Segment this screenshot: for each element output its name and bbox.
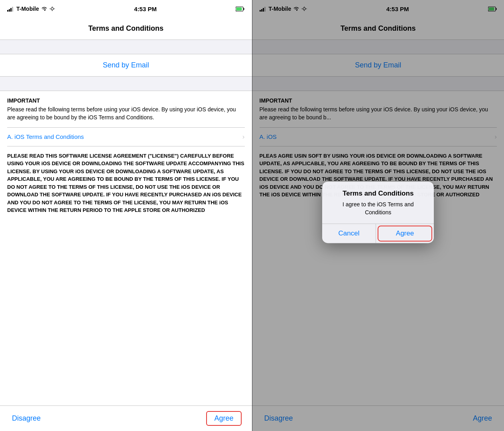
alert-buttons: Cancel Agree [322,223,434,243]
right-brightness-icon [301,6,307,11]
left-license-text: PLEASE READ THIS SOFTWARE LICENSE AGREEM… [7,152,245,214]
svg-rect-13 [261,9,262,12]
svg-rect-1 [9,9,10,12]
right-separator-bottom [252,77,504,91]
right-important-text: Please read the following terms before u… [260,105,497,122]
svg-rect-22 [488,7,494,10]
right-important-title: IMPORTANT [260,97,497,104]
carrier-label: T-Mobile [16,6,39,12]
left-separator-top [0,40,252,54]
right-content-area: IMPORTANT Please read the following term… [252,91,504,405]
left-phone-panel: T-Mobile 4:53 PM Terms and [0,0,252,431]
svg-rect-23 [496,8,496,10]
right-carrier-label: T-Mobile [269,6,291,12]
signal-icon [7,6,14,12]
left-ios-terms-row[interactable]: A. iOS Terms and Conditions › [7,127,245,146]
left-send-email-row[interactable]: Send by Email [0,54,252,77]
left-status-left: T-Mobile [7,6,55,12]
right-signal-icon [260,6,267,12]
svg-rect-2 [10,8,12,12]
svg-rect-15 [264,7,266,12]
svg-rect-11 [244,8,244,10]
left-title: Terms and Conditions [88,24,163,33]
alert-title: Terms and Conditions [329,190,427,198]
right-agree-button[interactable]: Agree [471,411,494,426]
svg-point-4 [51,8,53,10]
left-ios-terms-label: A. iOS Terms and Conditions [7,133,84,140]
left-time: 4:53 PM [134,6,157,12]
left-important-text: Please read the following terms before u… [7,105,245,122]
alert-cancel-button[interactable]: Cancel [322,224,376,243]
right-separator-top [252,40,504,54]
right-disagree-button[interactable]: Disagree [263,411,295,426]
svg-rect-10 [236,7,242,10]
left-send-email-label: Send by Email [103,61,149,69]
right-ios-terms-label: A. iOS [260,133,277,140]
left-title-bar: Terms and Conditions [0,18,252,40]
right-status-right [488,6,497,12]
right-wifi-icon [293,6,299,11]
svg-rect-3 [12,7,13,12]
left-status-right [236,6,244,12]
left-agree-button[interactable]: Agree [206,411,241,426]
right-time: 4:53 PM [386,6,409,12]
right-title: Terms and Conditions [341,24,416,33]
left-disagree-button[interactable]: Disagree [10,411,42,426]
right-ios-terms-row[interactable]: A. iOS › [260,127,497,146]
right-bottom-bar: Disagree Agree [252,405,504,431]
right-send-email-label: Send by Email [355,61,401,69]
brightness-icon [49,6,55,11]
right-status-bar: T-Mobile 4:53 PM [252,0,504,18]
right-chevron-icon: › [494,133,497,141]
alert-dialog: Terms and Conditions I agree to the iOS … [322,182,434,243]
alert-agree-button[interactable]: Agree [378,225,433,241]
left-status-bar: T-Mobile 4:53 PM [0,0,252,18]
right-battery-icon [488,6,497,12]
left-important-title: IMPORTANT [7,97,245,104]
svg-rect-0 [7,10,8,12]
battery-icon [236,6,244,12]
alert-content: Terms and Conditions I agree to the iOS … [322,182,434,216]
svg-rect-12 [260,10,261,12]
right-status-left: T-Mobile [260,6,307,12]
right-send-email-row[interactable]: Send by Email [252,54,504,77]
svg-point-16 [303,8,305,10]
left-content-area: IMPORTANT Please read the following term… [0,91,252,405]
left-bottom-bar: Disagree Agree [0,405,252,431]
right-phone-panel: T-Mobile 4:53 PM Terms and [252,0,504,431]
svg-rect-14 [263,8,264,12]
wifi-icon [41,6,47,11]
alert-message: I agree to the iOS Terms and Conditions [329,201,427,216]
right-title-bar: Terms and Conditions [252,18,504,40]
left-chevron-icon: › [242,133,245,141]
left-separator-bottom [0,77,252,91]
